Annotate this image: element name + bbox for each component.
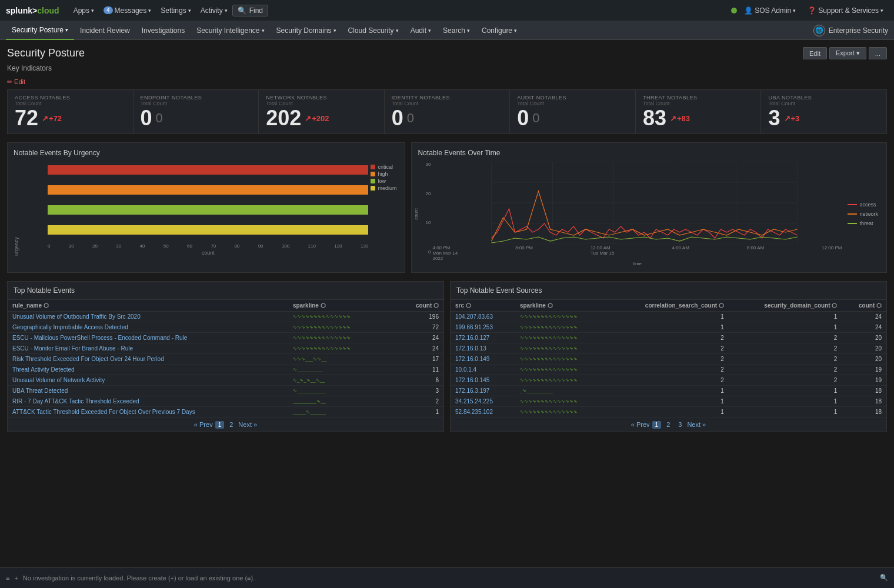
src-count-cell: 24 xyxy=(842,322,886,333)
kpi-label-0: ACCESS NOTABLES xyxy=(15,95,126,101)
src-next-page-btn[interactable]: Next » xyxy=(687,421,706,428)
corr-cell: 1 xyxy=(608,386,729,396)
security-posture-caret: ▾ xyxy=(65,27,68,33)
page-1-btn[interactable]: 1 xyxy=(215,421,225,429)
find-search[interactable]: 🔍 Find xyxy=(232,5,268,16)
page-title: Security Posture xyxy=(7,47,85,59)
nav-investigations[interactable]: Investigations xyxy=(136,21,191,40)
sparkline-cell: ∿∿∿∿∿∿∿∿∿∿∿∿∿∿ xyxy=(288,333,388,343)
table-row[interactable]: 52.84.235.102∿∿∿∿∿∿∿∿∿∿∿∿∿∿1118 xyxy=(451,407,886,417)
kpi-label-4: AUDIT NOTABLES xyxy=(517,95,628,101)
src-cell: 34.215.24.225 xyxy=(451,396,515,407)
table-row[interactable]: 172.16.3.197_∿__________1118 xyxy=(451,386,886,396)
col-sparkline[interactable]: sparkline ⬡ xyxy=(288,300,388,312)
toolbar: Edit Export ▾ ... xyxy=(803,47,887,59)
table-row[interactable]: ESCU - Monitor Email For Brand Abuse - R… xyxy=(8,343,443,354)
table-row[interactable]: ESCU - Malicious PowerShell Process - En… xyxy=(8,333,443,343)
table-row[interactable]: 172.16.0.149∿∿∿∿∿∿∿∿∿∿∿∿∿∿2220 xyxy=(451,354,886,365)
support-menu[interactable]: ❓ Support & Services ▾ xyxy=(803,6,888,15)
table-row[interactable]: Unusual Volume of Network Activity∿_∿_∿_… xyxy=(8,375,443,386)
table-row[interactable]: 172.16.0.145∿∿∿∿∿∿∿∿∿∿∿∿∿∿2219 xyxy=(451,375,886,386)
rule-name-cell: Risk Threshold Exceeded For Object Over … xyxy=(8,354,288,365)
next-page-btn[interactable]: Next » xyxy=(238,421,257,428)
tables-row: Top Notable Events rule_name ⬡ sparkline… xyxy=(7,281,887,432)
table-row[interactable]: Threat Activity Detected∿__________11 xyxy=(8,365,443,375)
src-page-3-btn[interactable]: 3 xyxy=(675,420,685,429)
nav-incident-review[interactable]: Incident Review xyxy=(74,21,136,40)
notable-sources-table: src ⬡ sparkline ⬡ correlation_search_cou… xyxy=(451,300,886,417)
nav-security-intelligence[interactable]: Security Intelligence ▾ xyxy=(191,21,270,40)
col-rule-name[interactable]: rule_name ⬡ xyxy=(8,300,288,312)
kpi-card-1[interactable]: ENDPOINT NOTABLESTotal Count00 xyxy=(134,90,259,133)
table-row[interactable]: ATT&CK Tactic Threshold Exceeded For Obj… xyxy=(8,407,443,417)
kpi-value-row-4: 00 xyxy=(517,108,628,129)
table-row[interactable]: 10.0.1.4∿∿∿∿∿∿∿∿∿∿∿∿∿∿2219 xyxy=(451,365,886,375)
kpi-delta-6: ↗+3 xyxy=(784,114,800,123)
kpi-label-1: ENDPOINT NOTABLES xyxy=(141,95,252,101)
sparkline-cell: ∿∿∿∿∿∿∿∿∿∿∿∿∿∿ xyxy=(288,322,388,333)
table-row[interactable]: 199.66.91.253∿∿∿∿∿∿∿∿∿∿∿∿∿∿1124 xyxy=(451,322,886,333)
admin-menu[interactable]: 👤 SOS Admin ▾ xyxy=(739,6,800,15)
src-prev-page-btn[interactable]: « Prev xyxy=(631,421,650,428)
col-src[interactable]: src ⬡ xyxy=(451,300,515,312)
secondary-nav: Security Posture ▾ Incident Review Inves… xyxy=(0,21,894,40)
kpi-card-3[interactable]: IDENTITY NOTABLESTotal Count00 xyxy=(385,90,511,133)
sparkline-cell: ∿∿∿∿∿∿∿∿∿∿∿∿∿∿ xyxy=(288,343,388,354)
kpi-card-0[interactable]: ACCESS NOTABLESTotal Count72↗+72 xyxy=(8,90,134,133)
col-src-count[interactable]: count ⬡ xyxy=(842,300,886,312)
kpi-sublabel-1: Total Count xyxy=(141,101,252,106)
table-row[interactable]: Risk Threshold Exceeded For Object Over … xyxy=(8,354,443,365)
nav-security-posture[interactable]: Security Posture ▾ xyxy=(6,21,74,40)
settings-menu[interactable]: Settings ▾ xyxy=(156,6,195,15)
top-notable-sources-panel: Top Notable Event Sources src ⬡ sparklin… xyxy=(450,281,887,432)
table-row[interactable]: 172.16.0.13∿∿∿∿∿∿∿∿∿∿∿∿∿∿2220 xyxy=(451,343,886,354)
rule-name-cell: Geographically Improbable Access Detecte… xyxy=(8,322,288,333)
kpi-card-2[interactable]: NETWORK NOTABLESTotal Count202↗+202 xyxy=(259,90,385,133)
table-row[interactable]: Geographically Improbable Access Detecte… xyxy=(8,322,443,333)
sec-cell: 2 xyxy=(729,333,842,343)
export-button[interactable]: Export ▾ xyxy=(829,47,866,59)
line-chart-area: 30 20 10 0 xyxy=(418,162,842,266)
src-page-2-btn[interactable]: 2 xyxy=(663,420,673,429)
kpi-card-5[interactable]: THREAT NOTABLESTotal Count83↗+83 xyxy=(636,90,762,133)
corr-cell: 1 xyxy=(608,396,729,407)
x-time-labels: 4:00 PMMon Mar 142022 8:00 PM 12:00 AMTu… xyxy=(432,245,842,261)
kpi-label-6: UBA NOTABLES xyxy=(768,95,879,101)
kpi-value-row-3: 00 xyxy=(392,108,503,129)
col-src-sparkline[interactable]: sparkline ⬡ xyxy=(515,300,608,312)
legend-item-medium: medium xyxy=(371,185,396,191)
kpi-sublabel-3: Total Count xyxy=(392,101,503,106)
nav-configure[interactable]: Configure ▾ xyxy=(476,21,523,40)
edit-link[interactable]: ✏ Edit xyxy=(7,78,887,86)
edit-button[interactable]: Edit xyxy=(803,47,827,59)
apps-menu[interactable]: Apps ▾ xyxy=(69,6,99,15)
kpi-card-4[interactable]: AUDIT NOTABLESTotal Count00 xyxy=(510,90,636,133)
nav-security-domains[interactable]: Security Domains ▾ xyxy=(271,21,342,40)
nav-audit[interactable]: Audit ▾ xyxy=(405,21,437,40)
kpi-small-3: 0 xyxy=(407,111,414,126)
kpi-small-1: 0 xyxy=(156,111,163,126)
kpi-card-6[interactable]: UBA NOTABLESTotal Count3↗+3 xyxy=(761,90,886,133)
table-row[interactable]: Unusual Volume of Outbound Traffic By Sr… xyxy=(8,312,443,322)
activity-menu[interactable]: Activity ▾ xyxy=(196,6,232,15)
count-cell: 6 xyxy=(388,375,443,386)
kpi-value-row-2: 202↗+202 xyxy=(266,108,377,129)
table-row[interactable]: 34.215.24.225∿∿∿∿∿∿∿∿∿∿∿∿∿∿1118 xyxy=(451,396,886,407)
col-corr-count[interactable]: correlation_search_count ⬡ xyxy=(608,300,729,312)
src-page-1-btn[interactable]: 1 xyxy=(652,421,662,429)
count-cell: 2 xyxy=(388,396,443,407)
prev-page-btn[interactable]: « Prev xyxy=(194,421,213,428)
table-row[interactable]: 172.16.0.127∿∿∿∿∿∿∿∿∿∿∿∿∿∿2220 xyxy=(451,333,886,343)
table-row[interactable]: RIR - 7 Day ATT&CK Tactic Threshold Exce… xyxy=(8,396,443,407)
more-button[interactable]: ... xyxy=(869,47,887,59)
table-row[interactable]: UBA Threat Detected∿___________3 xyxy=(8,386,443,396)
col-sec-count[interactable]: security_domain_count ⬡ xyxy=(729,300,842,312)
messages-menu[interactable]: 4 Messages ▾ xyxy=(99,6,156,15)
nav-search[interactable]: Search ▾ xyxy=(437,21,476,40)
kpi-label-5: THREAT NOTABLES xyxy=(643,95,754,101)
col-count[interactable]: count ⬡ xyxy=(388,300,443,312)
table-row[interactable]: 104.207.83.63∿∿∿∿∿∿∿∿∿∿∿∿∿∿1124 xyxy=(451,312,886,322)
nav-cloud-security[interactable]: Cloud Security ▾ xyxy=(342,21,405,40)
page-2-btn[interactable]: 2 xyxy=(226,420,236,429)
kpi-label-3: IDENTITY NOTABLES xyxy=(392,95,503,101)
